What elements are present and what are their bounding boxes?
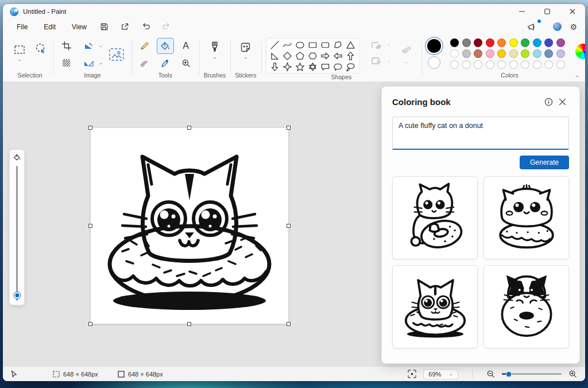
palette-empty-slot[interactable] [486,60,494,69]
shape-speech-oval-icon[interactable] [332,61,345,72]
brushes-icon[interactable] [206,39,223,55]
zoom-level-dropdown[interactable]: 69% ⌄ [423,369,458,379]
palette-empty-slot[interactable] [521,60,529,69]
selection-handle-n[interactable] [187,126,191,130]
account-avatar[interactable] [553,22,562,31]
shape-arrow-up-icon[interactable] [345,51,357,61]
close-button[interactable] [560,4,585,19]
eraser-tool-icon[interactable] [136,55,153,71]
rect-select-icon[interactable] [11,41,28,57]
shape-right-triangle-icon[interactable] [269,51,281,61]
shape-thought-bubble-icon[interactable] [345,61,357,72]
text-tool-icon[interactable]: A [177,38,195,54]
shape-rectangle-icon[interactable] [307,40,319,51]
magnifier-tool-icon[interactable] [177,55,195,71]
canvas-workspace[interactable]: Coloring book A cute fluffy cat on a don… [3,82,585,366]
palette-empty-slot[interactable] [474,60,482,69]
shape-hexagon-icon[interactable] [307,51,319,61]
edit-colors-button[interactable]: + [575,44,585,59]
palette-color[interactable] [474,38,482,47]
outline-dropdown-chevron[interactable]: ⌄ [387,42,391,47]
shape-curve-icon[interactable] [281,40,294,51]
shape-stack-icon[interactable] [397,41,415,57]
stack-dropdown-chevron[interactable]: ⌄ [404,60,408,64]
undo-icon[interactable] [138,21,153,33]
generated-image-4[interactable] [483,265,569,348]
shape-star-four-icon[interactable] [281,61,294,72]
shape-diamond-icon[interactable] [281,51,294,61]
zoom-out-button[interactable] [486,370,495,378]
image-options-icon[interactable] [106,45,127,64]
maximize-button[interactable] [535,4,560,19]
palette-color[interactable] [474,49,482,58]
brushes-dropdown-chevron[interactable]: ⌄ [213,55,217,60]
shape-outline-icon[interactable] [368,38,385,51]
canvas[interactable] [91,128,288,324]
shape-arrow-down-icon[interactable] [269,61,281,72]
ribbon-collapse-chevron[interactable]: ⌄ [575,72,579,78]
pencil-tool-icon[interactable] [136,38,153,54]
fill-dropdown-chevron[interactable]: ⌄ [387,59,391,63]
minimize-button[interactable] [509,4,535,19]
shape-fill-icon[interactable] [368,55,385,67]
palette-color[interactable] [450,49,459,58]
palette-color[interactable] [521,49,529,58]
flip-dropdown-chevron[interactable]: ⌄ [99,61,103,65]
selection-dropdown-chevron[interactable]: ⌄ [18,57,22,62]
shape-rounded-rectangle-icon[interactable] [319,40,332,51]
palette-color[interactable] [486,38,494,47]
menu-edit[interactable]: Edit [38,21,61,33]
info-icon[interactable] [541,95,555,108]
stickers-dropdown-chevron[interactable]: ⌄ [244,55,248,60]
eyedropper-tool-icon[interactable] [157,55,174,71]
selection-handle-nw[interactable] [88,126,92,130]
shape-arrow-left-icon[interactable] [332,51,345,61]
palette-empty-slot[interactable] [533,60,541,69]
foreground-color-swatch[interactable] [427,39,441,53]
zoom-slider-thumb[interactable] [506,371,512,377]
shapes-scroll-box[interactable] [266,38,360,73]
palette-color[interactable] [533,38,541,47]
tolerance-slider-thumb[interactable] [14,292,20,298]
shape-star-five-icon[interactable] [294,61,307,72]
generated-image-1[interactable] [392,176,478,259]
shape-star-six-icon[interactable] [307,61,319,72]
selection-handle-w[interactable] [88,224,92,228]
palette-color[interactable] [544,49,553,58]
palette-color[interactable] [462,49,471,58]
generate-button[interactable]: Generate [520,156,569,169]
share-icon[interactable] [118,21,133,33]
fit-to-screen-button[interactable] [408,370,416,378]
palette-empty-slot[interactable] [462,60,471,69]
prompt-input[interactable]: A cute fluffy cat on a donut [392,117,569,150]
resize-icon[interactable] [58,55,75,71]
palette-empty-slot[interactable] [497,60,506,69]
shape-arc-icon[interactable] [269,72,281,73]
selection-handle-se[interactable] [287,322,291,326]
palette-color[interactable] [556,49,565,58]
generated-image-2[interactable] [483,176,569,259]
shape-line-icon[interactable] [269,40,281,51]
palette-color[interactable] [486,49,494,58]
palette-color[interactable] [521,38,529,47]
panel-close-icon[interactable] [555,95,569,108]
palette-color[interactable] [533,49,541,58]
background-color-swatch[interactable] [428,56,440,69]
palette-color[interactable] [544,38,553,47]
selection-handle-e[interactable] [287,224,291,228]
stickers-icon[interactable] [237,39,254,55]
shape-speech-rectangle-icon[interactable] [319,61,332,72]
selection-handle-s[interactable] [187,322,191,326]
palette-color[interactable] [462,38,471,47]
palette-color[interactable] [509,49,518,58]
palette-empty-slot[interactable] [556,60,565,69]
palette-color[interactable] [450,38,459,47]
shape-curve-2-icon[interactable] [281,72,294,73]
redo-icon[interactable] [159,21,174,33]
zoom-in-button[interactable] [568,370,577,378]
shape-polygon-icon[interactable] [332,40,345,51]
rotate-icon[interactable] [80,38,97,54]
palette-empty-slot[interactable] [544,60,553,69]
menu-file[interactable]: File [11,21,33,33]
shape-oval-icon[interactable] [294,40,307,51]
